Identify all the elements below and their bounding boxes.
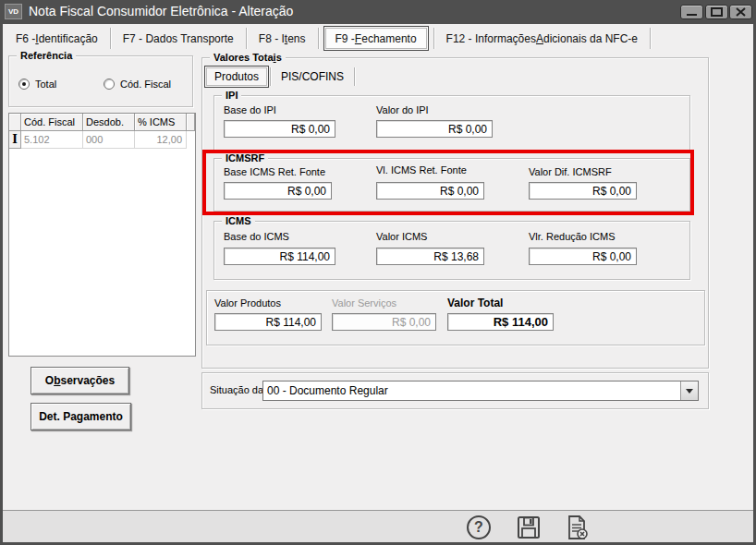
situacao-panel: Situação da NF: 00 - Documento Regular: [201, 372, 709, 409]
valor-total-label: Valor Total: [447, 297, 503, 309]
valor-icms-field[interactable]: R$ 13,68: [376, 248, 484, 265]
radio-total[interactable]: Total: [18, 79, 56, 90]
window-title: Nota Fiscal Consumidor Eletrônica - Alte…: [29, 4, 293, 18]
cancel-note-icon: [563, 514, 591, 541]
subtab-produtos[interactable]: Produtos: [204, 66, 269, 88]
icms-group: ICMS Base do ICMS R$ 114,00 Valor ICMS R…: [213, 221, 690, 280]
tab-separator: [270, 67, 271, 86]
radio-total-icon[interactable]: [18, 79, 30, 90]
totals-panel: Valor Produtos R$ 114,00 Valor Serviços …: [206, 290, 705, 345]
icms-title: ICMS: [222, 214, 255, 227]
icmsrf-title: ICMSRF: [222, 151, 268, 164]
valor-total-field: R$ 114,00: [447, 313, 554, 331]
grid-header-desdob: Desdob.: [83, 114, 135, 131]
valor-servicos-label: Valor Serviços: [332, 297, 396, 309]
app-icon: VD: [5, 4, 22, 19]
tab-f12-informacoes-adicionais[interactable]: F12 - Informações Adicionais da NFC-e: [435, 26, 649, 51]
tab-separator: [354, 67, 355, 86]
vlr-reducao-icms-field[interactable]: R$ 0,00: [529, 248, 637, 265]
referencia-title: Referência: [17, 49, 76, 62]
valor-dif-icmsrf-field[interactable]: R$ 0,00: [529, 182, 637, 200]
maximize-button[interactable]: [705, 5, 728, 19]
cell-filler: [187, 131, 195, 149]
det-pagamento-button[interactable]: Det. Pagamento: [30, 403, 131, 430]
table-row[interactable]: I 5.102 000 12,00: [9, 131, 195, 149]
valor-servicos-field: R$ 0,00: [332, 313, 436, 331]
row-cursor-indicator: I: [9, 131, 21, 149]
situacao-dropdown-button[interactable]: [680, 382, 698, 400]
chevron-down-icon: [686, 389, 693, 394]
minimize-icon: [681, 6, 702, 18]
radio-cod-fiscal-icon[interactable]: [104, 79, 115, 90]
ipi-title: IPI: [222, 89, 241, 102]
close-button[interactable]: [729, 5, 752, 19]
base-icms-ret-fonte-field[interactable]: R$ 0,00: [224, 182, 332, 200]
valor-dif-icmsrf-label: Valor Dif. ICMSRF: [529, 166, 612, 177]
observacoes-button[interactable]: Observações: [30, 367, 129, 394]
tab-separator: [110, 28, 111, 49]
radio-cod-fiscal[interactable]: Cód. Fiscal: [104, 79, 171, 90]
footer-toolbar: ?: [3, 510, 753, 542]
grid-header-row: Cód. Fiscal Desdob. % ICMS: [9, 114, 195, 131]
vl-icms-ret-fonte-field[interactable]: R$ 0,00: [376, 182, 484, 200]
save-button[interactable]: [515, 514, 543, 541]
valores-totais-title: Valores Totais: [210, 51, 286, 64]
cell-icms[interactable]: 12,00: [135, 131, 187, 149]
tab-f9-fechamento[interactable]: F9 - Fechamento: [323, 26, 429, 51]
grid-header-cod-fiscal: Cód. Fiscal: [21, 114, 83, 131]
grid-header-filler: [187, 114, 195, 131]
base-ipi-field[interactable]: R$ 0,00: [224, 120, 335, 138]
cell-cod-fiscal[interactable]: 5.102: [21, 131, 83, 149]
vlr-reducao-icms-label: Vlr. Redução ICMS: [529, 231, 616, 242]
titlebar: VD Nota Fiscal Consumidor Eletrônica - A…: [0, 0, 756, 24]
valor-icms-label: Valor ICMS: [376, 231, 427, 242]
main-tabbar: F6 - Identificação F7 - Dados Transporte…: [5, 26, 652, 51]
fiscal-grid[interactable]: Cód. Fiscal Desdob. % ICMS I 5.102 000 1…: [8, 113, 196, 357]
situacao-value: 00 - Documento Regular: [263, 384, 680, 397]
ipi-group: IPI Base do IPI R$ 0,00 Valor do IPI R$ …: [213, 95, 690, 151]
grid-header-icms: % ICMS: [135, 114, 187, 131]
save-icon: [516, 515, 542, 540]
valores-subtabs: Produtos PIS/COFINS: [204, 66, 356, 88]
base-icms-ret-fonte-label: Base ICMS Ret. Fonte: [224, 166, 325, 177]
cancel-button[interactable]: [563, 514, 591, 541]
tab-separator: [650, 28, 651, 49]
base-ipi-label: Base do IPI: [224, 104, 276, 115]
valor-ipi-field[interactable]: R$ 0,00: [376, 120, 493, 138]
tab-f7-dados-transporte[interactable]: F7 - Dados Transporte: [112, 26, 245, 51]
base-icms-field[interactable]: R$ 114,00: [224, 248, 335, 265]
valor-produtos-label: Valor Produtos: [214, 297, 281, 309]
help-button[interactable]: ?: [465, 514, 493, 541]
app-window: VD Nota Fiscal Consumidor Eletrônica - A…: [0, 0, 756, 545]
valor-produtos-field[interactable]: R$ 114,00: [214, 313, 322, 331]
minimize-button[interactable]: [680, 5, 703, 19]
referencia-group: Referência Total Cód. Fiscal: [8, 55, 193, 107]
valores-totais-group: Valores Totais Produtos PIS/COFINS IPI B…: [201, 57, 709, 369]
help-icon: ?: [467, 515, 491, 539]
icmsrf-group: ICMSRF Base ICMS Ret. Fonte R$ 0,00 Vl. …: [213, 158, 690, 212]
tab-separator: [433, 28, 434, 49]
close-icon: [730, 6, 751, 18]
tab-f8-itens[interactable]: F8 - Itens: [248, 26, 317, 51]
cell-desdob[interactable]: 000: [83, 131, 135, 149]
maximize-icon: [706, 6, 727, 18]
subtab-pis-cofins[interactable]: PIS/COFINS: [272, 66, 353, 88]
vl-icms-ret-fonte-label: Vl. ICMS Ret. Fonte: [376, 164, 467, 176]
client-area: F6 - Identificação F7 - Dados Transporte…: [3, 24, 753, 542]
tab-separator: [318, 28, 319, 49]
grid-header-indicator: [9, 114, 21, 131]
valor-ipi-label: Valor do IPI: [376, 104, 429, 115]
tab-f6-identificacao[interactable]: F6 - Identificação: [5, 26, 109, 51]
situacao-dropdown[interactable]: 00 - Documento Regular: [262, 381, 699, 401]
tab-separator: [246, 28, 247, 49]
base-icms-label: Base do ICMS: [224, 231, 289, 242]
